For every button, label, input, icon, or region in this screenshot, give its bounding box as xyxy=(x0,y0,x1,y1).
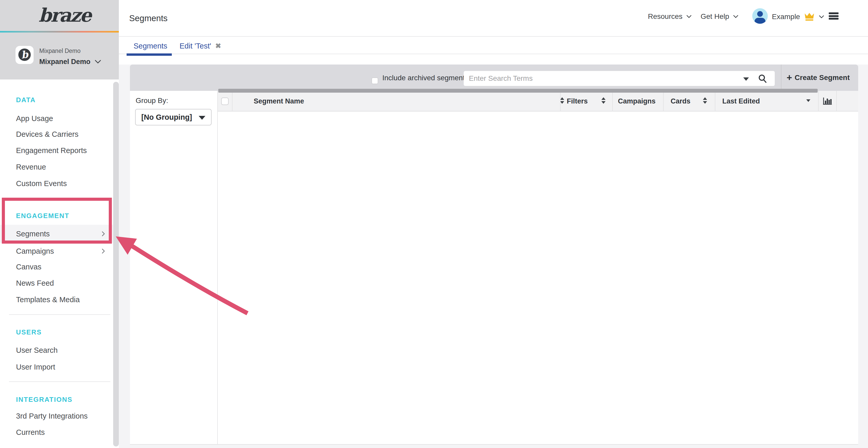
column-campaigns[interactable]: Campaigns xyxy=(612,91,663,111)
tab-bar-divider xyxy=(119,54,868,54)
column-analytics[interactable] xyxy=(818,91,836,111)
segments-table-body xyxy=(218,111,858,445)
horizontal-scrollbar[interactable] xyxy=(218,89,817,93)
select-all-checkbox[interactable] xyxy=(221,98,228,105)
sidebar-item-3rd-party-integrations[interactable]: 3rd Party Integrations xyxy=(0,408,113,424)
page-title: Segments xyxy=(129,13,168,23)
sort-icon[interactable] xyxy=(601,97,606,104)
column-cards[interactable]: Cards xyxy=(663,91,715,111)
workspace-company-label: Mixpanel Demo xyxy=(39,47,81,55)
get-help-menu[interactable]: Get Help xyxy=(701,12,739,21)
search-icon[interactable] xyxy=(758,74,768,83)
sidebar-item-currents[interactable]: Currents xyxy=(0,424,113,441)
braze-b-icon: b xyxy=(18,48,31,61)
active-tab-underline xyxy=(127,54,172,56)
chevron-right-icon xyxy=(101,247,105,255)
sidebar-section-users: USERS xyxy=(16,328,42,336)
sidebar-item-user-import[interactable]: User Import xyxy=(0,359,113,375)
close-icon[interactable]: ✖ xyxy=(215,43,221,49)
plus-icon: + xyxy=(786,73,792,82)
sidebar-item-engagement-reports[interactable]: Engagement Reports xyxy=(0,142,113,159)
annotation-highlight-box xyxy=(2,198,112,244)
sidebar-section-integrations: INTEGRATIONS xyxy=(16,395,72,404)
sidebar-divider xyxy=(9,314,110,315)
avatar[interactable] xyxy=(752,8,768,24)
user-menu[interactable]: Example xyxy=(772,12,824,21)
brand-gradient-bar xyxy=(0,31,119,33)
column-last-edited[interactable]: Last Edited xyxy=(715,91,818,111)
hamburger-menu-icon[interactable] xyxy=(829,12,839,20)
toolbar-divider xyxy=(781,65,781,91)
sidebar-item-campaigns[interactable]: Campaigns xyxy=(0,243,113,260)
avatar-body xyxy=(754,18,766,24)
search-dropdown-caret-icon[interactable] xyxy=(743,77,749,81)
sidebar-item-devices-carriers[interactable]: Devices & Carriers xyxy=(0,126,113,142)
resources-menu[interactable]: Resources xyxy=(648,12,692,21)
chevron-down-icon xyxy=(733,15,739,18)
select-all-cell xyxy=(218,91,232,111)
chevron-down-icon xyxy=(686,15,692,18)
segments-table-header: Segment Name Filters Campaigns Cards Las… xyxy=(218,91,858,111)
sort-icon[interactable] xyxy=(703,97,707,104)
sidebar-section-data: DATA xyxy=(16,96,36,104)
workspace-app-icon[interactable]: b xyxy=(16,46,34,64)
sidebar-item-user-search[interactable]: User Search xyxy=(0,342,113,358)
column-spacer xyxy=(836,91,858,111)
sidebar-item-custom-events[interactable]: Custom Events xyxy=(0,175,113,192)
top-bar: Segments Resources Get Help Example xyxy=(119,0,868,37)
segments-toolbar: Include archived segments + Create Segme… xyxy=(130,65,858,91)
chevron-down-icon xyxy=(819,15,824,19)
group-by-label: Group By: xyxy=(135,97,168,105)
include-archived-label: Include archived segments xyxy=(382,74,468,82)
annotation-arrow xyxy=(111,227,256,317)
dropdown-caret-icon xyxy=(199,116,206,120)
braze-logo: braze xyxy=(36,4,93,29)
include-archived-checkbox[interactable] xyxy=(371,77,378,84)
tab-edit-test[interactable]: Edit 'Test' ✖ xyxy=(180,42,221,50)
sidebar-item-canvas[interactable]: Canvas xyxy=(0,259,113,275)
tab-segments[interactable]: Segments xyxy=(133,42,167,50)
sidebar-item-templates-media[interactable]: Templates & Media xyxy=(0,291,113,308)
workspace-header: braze b Mixpanel Demo Mixpanel Demo xyxy=(0,0,119,79)
tab-bar: Segments Edit 'Test' ✖ xyxy=(119,37,868,65)
workspace-switcher[interactable]: Mixpanel Demo xyxy=(39,58,90,66)
sidebar-item-news-feed[interactable]: News Feed xyxy=(0,275,113,291)
crown-icon xyxy=(804,12,815,21)
search-input[interactable] xyxy=(464,71,775,86)
search-box xyxy=(464,71,775,86)
sort-desc-icon[interactable] xyxy=(806,99,810,102)
column-filters[interactable]: Filters xyxy=(560,91,612,111)
sidebar-item-revenue[interactable]: Revenue xyxy=(0,159,113,175)
sidebar-divider xyxy=(9,381,110,382)
bar-chart-icon xyxy=(823,97,832,105)
sidebar-item-app-usage[interactable]: App Usage xyxy=(0,110,113,127)
chevron-down-icon[interactable] xyxy=(95,59,101,64)
create-segment-button[interactable]: + Create Segment xyxy=(786,65,857,91)
avatar-head xyxy=(757,11,763,17)
group-by-select[interactable]: [No Grouping] xyxy=(135,109,212,126)
column-segment-name[interactable]: Segment Name xyxy=(232,91,560,111)
